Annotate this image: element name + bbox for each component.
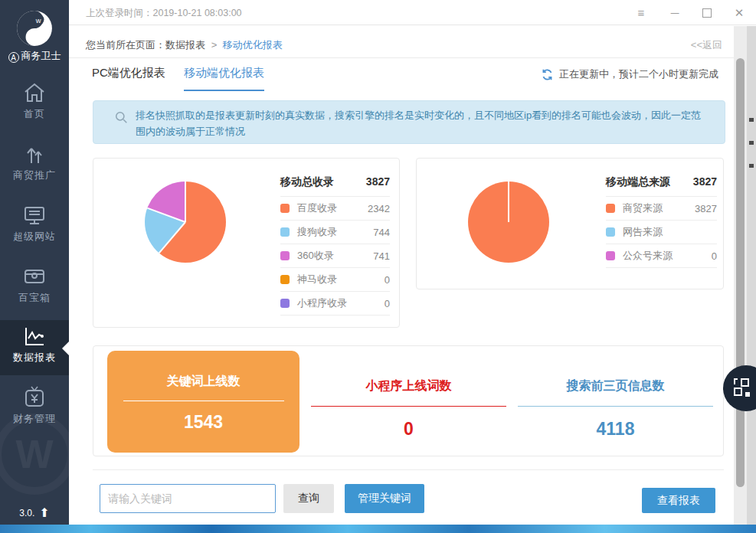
sidebar-item-toolbox[interactable]: 百宝箱: [0, 260, 69, 316]
window-controls: ≡ ─ ✕: [635, 0, 745, 25]
finance-yen-icon: [21, 384, 47, 410]
stat-keywords-online[interactable]: 关键词上线数 1543: [107, 351, 299, 453]
query-button[interactable]: 查询: [283, 484, 334, 513]
background-artifact: [749, 164, 754, 168]
legend-swatch: [280, 299, 290, 308]
card-total: 3827: [366, 175, 390, 189]
legend-item: 神马收录 0: [280, 268, 390, 292]
tab-mobile-report[interactable]: 移动端优化报表: [184, 66, 264, 91]
sidebar-item-label: 商贸推广: [0, 168, 69, 182]
background-artifact: [749, 141, 754, 145]
maximize-icon[interactable]: [702, 8, 712, 18]
card-total: 3827: [693, 175, 717, 189]
breadcrumb-prefix: 您当前所在页面：: [86, 39, 165, 51]
stats-card: 关键词上线数 1543 小程序上线词数 0 搜索前三页信息数 4118: [93, 345, 724, 456]
legend-swatch: [606, 204, 615, 213]
divider: [311, 406, 506, 407]
legend-item: 360收录 741: [280, 244, 390, 268]
promote-arrows-icon: [21, 141, 47, 167]
legend-item: 搜狗收录 744: [280, 221, 390, 244]
stat-top3-info[interactable]: 搜索前三页信息数 4118: [518, 351, 713, 440]
home-icon: [21, 80, 47, 106]
main-content: 您当前所在页面：数据报表 > 移动优化报表 <<返回 PC端优化报表 移动端优化…: [69, 26, 734, 519]
background-window-strip: [747, 26, 756, 525]
manage-keywords-button[interactable]: 管理关键词: [345, 484, 424, 513]
legend-item: 小程序收录 0: [280, 292, 390, 316]
desktop-wallpaper-strip: [0, 525, 756, 533]
brand-name: A商务卫士: [0, 49, 69, 63]
sidebar-item-website[interactable]: 超级网站: [0, 199, 69, 254]
legend-swatch: [606, 251, 615, 260]
legend: 移动总收录 3827 百度收录 2342 搜狗收录 744 360收录 741: [280, 175, 390, 316]
legend-swatch: [280, 204, 290, 213]
app-logo-icon: w: [15, 9, 54, 47]
breadcrumb-current: 移动优化报表: [223, 39, 283, 51]
legend-item: 网告来源: [606, 221, 717, 244]
divider: [518, 406, 713, 407]
pie-chart-mobile-source: [468, 181, 549, 263]
sidebar-item-label: 百宝箱: [0, 291, 69, 305]
sidebar-item-label: 超级网站: [0, 230, 69, 244]
legend-item: 百度收录 2342: [280, 197, 390, 221]
keyword-input[interactable]: [100, 484, 276, 513]
report-chart-icon: [21, 323, 47, 349]
legend-item: 商贸来源 3827: [606, 197, 717, 221]
notice-banner: 排名快照抓取的是报表更新时刻的真实数据，搜索引擎的排名是实时变化的，且不同地区i…: [93, 100, 725, 144]
version-label: 3.0.⬆: [0, 505, 69, 520]
sidebar-item-promotion[interactable]: 商贸推广: [0, 138, 69, 193]
breadcrumb-section: 数据报表: [165, 39, 205, 51]
legend: 移动端总来源 3827 商贸来源 3827 网告来源 公众号来源 0: [606, 175, 717, 268]
sidebar-item-home[interactable]: 首页: [0, 77, 69, 132]
sidebar-item-label: 首页: [0, 107, 69, 121]
sidebar-item-reports[interactable]: 数据报表: [0, 320, 69, 375]
legend-item: 公众号来源 0: [606, 244, 717, 268]
sidebar: w A商务卫士 首页 商贸推广 超级网站 百宝箱: [0, 0, 69, 525]
last-login-text: 上次登录时间：2019-10-21 08:03:00: [86, 7, 242, 20]
search-icon: [115, 111, 128, 124]
monitor-icon: [21, 202, 47, 228]
close-icon[interactable]: ✕: [733, 7, 745, 18]
upgrade-arrow-icon[interactable]: ⬆: [39, 505, 49, 520]
breadcrumb: 您当前所在页面：数据报表 > 移动优化报表: [86, 38, 283, 52]
legend-swatch: [606, 227, 615, 237]
toolbox-icon: [21, 263, 47, 289]
titlebar: 上次登录时间：2019-10-21 08:03:00 ≡ ─ ✕: [69, 0, 756, 25]
scrollbar-track[interactable]: [734, 26, 747, 525]
update-status: 正在更新中，预计二个小时更新完成: [541, 67, 718, 81]
keyword-toolbar: 查询 管理关键词 查看报表: [69, 469, 734, 519]
active-item-caret: [62, 342, 69, 355]
background-artifact: [749, 118, 754, 122]
update-status-text: 正在更新中，预计二个小时更新完成: [559, 67, 718, 81]
card-title: 移动总收录: [280, 175, 334, 189]
notice-text: 排名快照抓取的是报表更新时刻的真实数据，搜索引擎的排名是实时变化的，且不同地区i…: [136, 107, 710, 139]
app-window: w A商务卫士 首页 商贸推广 超级网站 百宝箱: [0, 0, 756, 525]
card-title: 移动端总来源: [606, 175, 670, 189]
refresh-icon: [541, 68, 554, 81]
scrollbar-thumb[interactable]: [736, 58, 745, 487]
breadcrumb-separator: >: [211, 39, 218, 51]
divider: [123, 401, 284, 401]
card-mobile-index: 移动总收录 3827 百度收录 2342 搜狗收录 744 360收录 741: [93, 158, 400, 328]
view-report-button[interactable]: 查看报表: [642, 488, 715, 513]
pie-chart-mobile-index: [145, 181, 226, 263]
legend-swatch: [280, 275, 290, 284]
back-link[interactable]: <<返回: [691, 38, 722, 52]
breadcrumb-row: 您当前所在页面：数据报表 > 移动优化报表 <<返回: [69, 31, 734, 58]
brand-badge-icon: A: [8, 52, 19, 63]
legend-swatch: [280, 227, 290, 237]
sidebar-watermark: W: [0, 414, 69, 495]
menu-icon[interactable]: ≡: [635, 7, 647, 18]
tab-pc-report[interactable]: PC端优化报表: [92, 66, 165, 90]
minimize-icon[interactable]: ─: [669, 7, 681, 18]
stat-miniprogram-words[interactable]: 小程序上线词数 0: [311, 351, 506, 440]
divider: [93, 469, 724, 470]
legend-swatch: [280, 251, 290, 260]
card-mobile-source: 移动端总来源 3827 商贸来源 3827 网告来源 公众号来源 0: [416, 158, 724, 289]
sidebar-item-label: 数据报表: [0, 351, 69, 365]
svg-text:w: w: [35, 17, 41, 25]
